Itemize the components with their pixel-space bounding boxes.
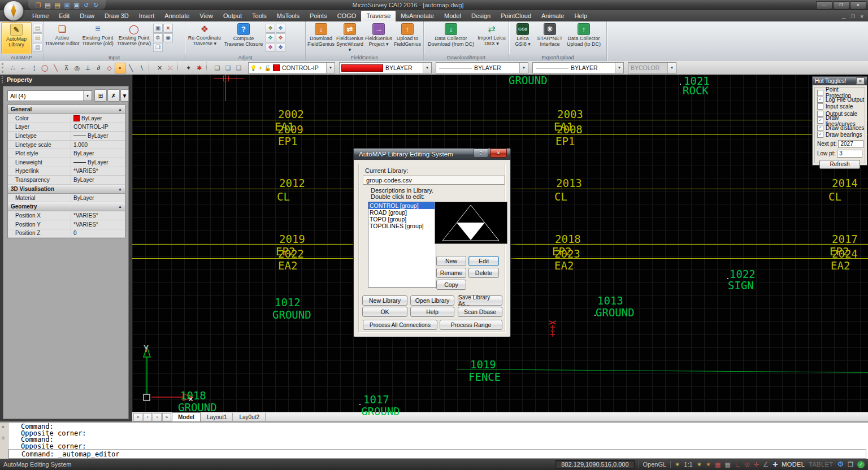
automap-thumb-1-icon[interactable]: ▤: [33, 24, 42, 33]
intersection-point-icon[interactable]: ⊼: [61, 63, 72, 73]
mdi-restore-icon[interactable]: ❐: [849, 14, 856, 19]
checkbox-icon[interactable]: [817, 132, 823, 138]
automap-thumb-2-icon[interactable]: ▤: [33, 33, 42, 42]
menu-tab[interactable]: Help: [569, 11, 592, 21]
collapse-arrow-icon[interactable]: ▲: [118, 107, 122, 111]
polar-tracking-icon[interactable]: ⊙: [745, 460, 750, 468]
leica-gsi8-button[interactable]: GS8Leica GSI8 ▾: [510, 22, 535, 54]
save-library-as-button[interactable]: Save Library As...: [458, 295, 502, 306]
copy-button[interactable]: Copy: [436, 280, 466, 290]
point-tool-icon[interactable]: ∴: [7, 63, 18, 73]
settings-gear-icon[interactable]: ⚙: [837, 460, 844, 468]
property-row-value[interactable]: ByLayer: [71, 149, 125, 158]
select-objects-button[interactable]: ✗: [107, 89, 120, 102]
checkbox-icon[interactable]: [817, 111, 823, 117]
menu-tab[interactable]: Draw 3D: [99, 11, 134, 21]
circle-point-icon[interactable]: ◯: [40, 63, 50, 73]
open-library-button[interactable]: Open Library: [410, 295, 454, 306]
property-row[interactable]: Linetype scale1.000: [8, 141, 125, 150]
property-row-value[interactable]: ByLayer: [71, 176, 125, 184]
delete-button[interactable]: Delete: [468, 268, 499, 278]
menu-tab[interactable]: Home: [27, 11, 54, 21]
lineweight-dropdown-arrow[interactable]: ▼: [615, 63, 623, 73]
layer-on-icon[interactable]: 💡: [250, 65, 257, 71]
menu-tab[interactable]: MsAnnotate: [396, 11, 439, 21]
layer-previous-icon[interactable]: ❏: [212, 63, 223, 73]
save-as-icon[interactable]: ▣: [72, 1, 81, 10]
property-row[interactable]: TransparencyByLayer: [8, 176, 125, 185]
toolbar-separator[interactable]: [149, 62, 153, 73]
layer-match-icon[interactable]: ❏: [233, 63, 244, 73]
dialog-help-button[interactable]: ?: [474, 149, 488, 158]
status-ok-icon[interactable]: ✓: [857, 461, 865, 468]
starnet-interface-button[interactable]: ✳STAR*NET Interface: [535, 22, 565, 54]
listbox-item[interactable]: TOPOLINES [group]: [368, 223, 436, 229]
close-button[interactable]: ✕: [850, 1, 866, 10]
hot-toggle-row[interactable]: Log File Output: [815, 96, 865, 103]
traverse-copy-icon[interactable]: ❐: [153, 43, 163, 52]
adjust-tool-2-icon[interactable]: ❖: [276, 24, 285, 33]
diamond-point-icon[interactable]: ◇: [104, 63, 115, 73]
ok-button[interactable]: OK: [362, 307, 407, 317]
lineweight-dropdown[interactable]: BYLAYER ▼: [532, 62, 624, 73]
hot-toggle-row[interactable]: Point Protection: [815, 89, 865, 96]
menu-tab[interactable]: View: [194, 11, 218, 21]
linetype-dropdown-arrow[interactable]: ▼: [519, 63, 528, 73]
next-tab-button[interactable]: ›: [153, 413, 162, 421]
low-pt-field[interactable]: 3: [837, 150, 862, 158]
perpendicular-point-icon[interactable]: ⊥: [83, 63, 93, 73]
adjust-tool-6-icon[interactable]: ❖: [276, 43, 285, 52]
rename-button[interactable]: Rename: [436, 268, 466, 278]
active-point-mode-icon[interactable]: ▪: [115, 63, 125, 73]
coordinates-readout[interactable]: 882.129,1090.516,0.000: [555, 460, 634, 469]
offset-point-icon[interactable]: ⌐: [18, 63, 29, 73]
menu-tab[interactable]: Draw: [75, 11, 99, 21]
dialog-title-bar[interactable]: AutoMAP Library Editing System ? ✕: [354, 149, 510, 160]
checkbox-icon[interactable]: [817, 103, 823, 110]
traverse-report-icon[interactable]: ▣: [153, 24, 163, 33]
minimize-button[interactable]: —: [816, 1, 832, 10]
property-row[interactable]: Position X*VARIES*: [8, 211, 125, 220]
clipboard-icon[interactable]: ▤: [44, 1, 52, 10]
property-row-value[interactable]: CONTROL-IP: [71, 123, 125, 132]
property-row[interactable]: LayerCONTROL-IP: [8, 123, 125, 132]
property-row-value[interactable]: 1.000: [71, 141, 125, 149]
hot-toggles-close-button[interactable]: ✕: [856, 77, 865, 85]
property-section-header[interactable]: General▲: [8, 105, 125, 114]
checkbox-icon[interactable]: [817, 125, 823, 131]
property-section-header[interactable]: Geometry▲: [8, 202, 125, 211]
annotation-person-icon[interactable]: ✶: [675, 460, 680, 468]
menu-tab[interactable]: Annotate: [159, 11, 194, 21]
process-range-button[interactable]: Process Range: [440, 320, 502, 330]
color-dropdown-arrow[interactable]: ▼: [423, 63, 431, 73]
new-library-button[interactable]: New Library: [362, 295, 407, 306]
property-row-value[interactable]: *VARIES*: [71, 211, 125, 220]
new-button[interactable]: New: [436, 256, 466, 266]
property-row[interactable]: MaterialByLayer: [8, 194, 125, 203]
quick-select-button[interactable]: ⊞: [94, 89, 107, 102]
collapse-arrow-icon[interactable]: ▲: [118, 187, 122, 191]
undo-icon[interactable]: ↺: [82, 1, 90, 10]
prev-tab-button[interactable]: ‹: [143, 413, 152, 421]
snap-mode-icon[interactable]: ▦: [715, 460, 721, 468]
refresh-button[interactable]: Refresh: [819, 160, 860, 169]
data-collector-download-button[interactable]: ↓Data Collector Download (from DC): [425, 22, 477, 54]
command-history[interactable]: Command:Opposite corner:Command:Opposite…: [8, 424, 867, 449]
layer-dropdown[interactable]: 💡☀🔓 CONTROL-IP ▼: [248, 62, 335, 73]
import-leica-dbx-button[interactable]: ⇄Import Leica DBX ▾: [477, 22, 506, 54]
process-all-connections-button[interactable]: Process All Connections: [363, 320, 437, 330]
layer-lock-icon[interactable]: 🔓: [264, 65, 271, 71]
save-icon[interactable]: ▣: [63, 1, 71, 10]
explode-tool-icon[interactable]: ✱: [194, 63, 205, 73]
next-pt-field[interactable]: 2027: [838, 140, 863, 148]
pickadd-toggle-button[interactable]: ▼: [120, 89, 129, 102]
adjust-tool-3-icon[interactable]: ❖: [266, 33, 275, 42]
edit-button[interactable]: Edit: [468, 256, 499, 266]
delete-traverse-icon[interactable]: ✕: [163, 24, 173, 33]
parallel-line-icon[interactable]: ∖: [136, 63, 147, 73]
menu-tab[interactable]: PointCloud: [496, 11, 536, 21]
download-fieldgenius-button[interactable]: ↓Download FieldGenius: [307, 22, 335, 54]
compute-traverse-closure-button[interactable]: ?Compute Traverse Closure: [223, 22, 264, 54]
existing-point-traverse-new-button[interactable]: ◯Existing Point Traverse (new): [116, 22, 152, 54]
scan-dbase-button[interactable]: Scan Dbase: [458, 307, 502, 317]
